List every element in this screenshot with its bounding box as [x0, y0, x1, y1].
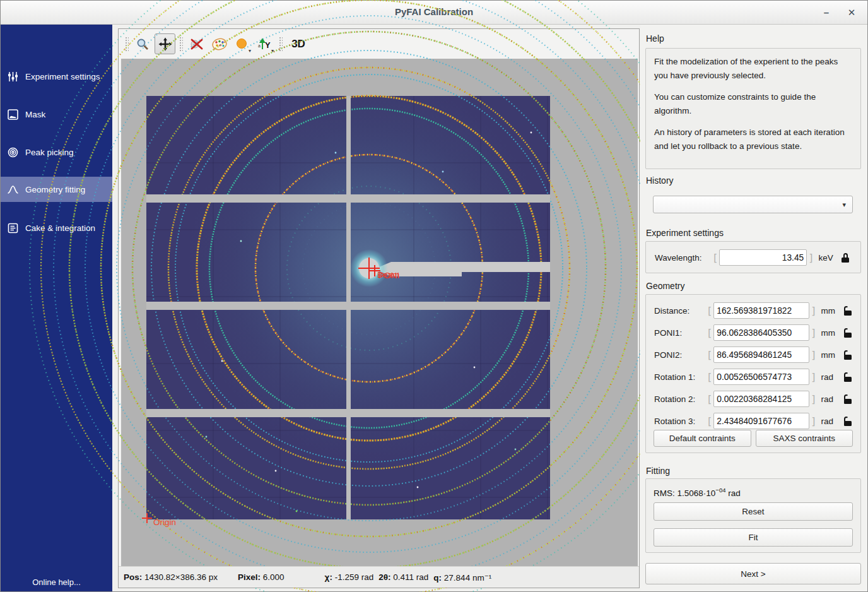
- constraint-bracket: ]: [807, 252, 814, 264]
- rotation2-input[interactable]: [713, 391, 809, 407]
- help-box: Fit the modelization of the experient to…: [645, 48, 861, 169]
- history-dropdown[interactable]: ▾: [653, 196, 853, 213]
- tth-label: 2θ:: [378, 572, 390, 582]
- plot-toolbar: ▾ a Y ▾ 3D: [119, 29, 639, 59]
- distance-label: Distance:: [654, 306, 706, 316]
- rotation3-label: Rotation 3:: [654, 417, 706, 426]
- wavelength-label: Wavelength:: [655, 253, 712, 263]
- pan-tool-button[interactable]: [155, 33, 175, 54]
- q-value: 27.844 nm⁻¹: [444, 573, 491, 583]
- sidebar-item-mask[interactable]: Mask: [1, 102, 112, 127]
- lock-icon[interactable]: [844, 328, 852, 338]
- origin-label: Origin: [153, 518, 176, 527]
- orange-circle-icon: [235, 37, 249, 51]
- poni2-unit: mm: [821, 350, 840, 360]
- magnifier-icon: [136, 37, 150, 51]
- constraint-bracket: [: [706, 371, 713, 383]
- pos-value: 1430.82×386.36 px: [144, 572, 218, 582]
- poni1-unit: mm: [821, 328, 840, 338]
- constraint-bracket: ]: [809, 327, 817, 339]
- help-section-title: Help: [646, 33, 664, 44]
- fit-button[interactable]: Fit: [654, 528, 853, 547]
- history-section-title: History: [646, 175, 674, 186]
- rotation1-label: Rotation 1:: [654, 372, 706, 382]
- sidebar-item-cake-integration[interactable]: Cake & integration: [1, 215, 112, 240]
- rotation1-unit: rad: [821, 372, 840, 382]
- tth-value: 0.411 rad: [393, 572, 428, 582]
- help-paragraph: You can customize constraints to guide t…: [654, 90, 852, 117]
- constraint-bracket: [: [706, 349, 713, 361]
- dropdown-caret-icon: ▾: [249, 48, 251, 54]
- constraint-bracket: ]: [809, 305, 817, 317]
- online-help-link[interactable]: Online help...: [1, 577, 112, 587]
- fitting-section-title: Fitting: [646, 466, 670, 476]
- lock-icon[interactable]: [844, 394, 852, 404]
- sidebar-item-label: Experiment settings: [25, 72, 100, 81]
- constraint-bracket: [: [712, 252, 719, 264]
- q-label: q:: [433, 573, 442, 583]
- constraint-bracket: ]: [809, 349, 817, 361]
- lock-icon[interactable]: [844, 372, 852, 382]
- poni1-label: PONI1:: [654, 328, 706, 338]
- sidebar-item-label: Cake & integration: [25, 223, 95, 233]
- lock-icon[interactable]: [844, 417, 852, 426]
- lock-icon[interactable]: [844, 306, 852, 316]
- mask-icon: [7, 109, 19, 121]
- next-button[interactable]: Next >: [645, 563, 861, 584]
- pos-label: Pos:: [124, 572, 142, 582]
- y-axis-orientation-button[interactable]: a Y ▾: [254, 33, 275, 54]
- sidebar-item-experiment-settings[interactable]: Experiment settings: [1, 64, 112, 89]
- sidebar-item-peak-picking[interactable]: Peak picking: [1, 139, 112, 165]
- wavelength-input[interactable]: [719, 249, 807, 266]
- rotation3-input[interactable]: [713, 413, 809, 429]
- plot-status-bar: Pos: 1430.82×386.36 px Pixel: 6.000 χ: -…: [119, 566, 639, 588]
- geometry-section-title: Geometry: [646, 281, 684, 291]
- reset-button[interactable]: Reset: [654, 502, 853, 521]
- right-panel: Help Fit the modelization of the experie…: [640, 25, 867, 591]
- chi-value: -1.259 rad: [335, 572, 374, 582]
- sidebar-item-label: Geometry fitting: [25, 185, 85, 194]
- default-constraints-button[interactable]: Default contraints: [654, 430, 751, 447]
- distance-input[interactable]: [713, 302, 809, 319]
- palette-icon: [211, 37, 228, 51]
- zoom-tool-button[interactable]: [132, 33, 153, 54]
- lock-icon[interactable]: [842, 253, 850, 263]
- geometry-fitting-icon: [7, 184, 19, 196]
- fitting-box: RMS: 1.5068·10−04 rad Reset Fit: [645, 478, 861, 553]
- colormap-button[interactable]: [209, 33, 230, 54]
- lock-icon[interactable]: [844, 350, 852, 360]
- pixel-value: 6.000: [263, 572, 284, 582]
- saxs-constraints-button[interactable]: SAXS contraints: [756, 430, 853, 447]
- red-cross-icon: [189, 37, 204, 52]
- close-button[interactable]: ✕: [843, 6, 860, 20]
- constraint-bracket: [: [706, 305, 713, 317]
- experiment-settings-box: Wavelength: [ ] keV: [645, 241, 861, 273]
- diffraction-image: Beam PONI Origin: [146, 96, 550, 519]
- constraint-bracket: ]: [809, 371, 817, 383]
- sidebar-item-geometry-fitting[interactable]: Geometry fitting: [1, 177, 112, 202]
- poni2-label: PONI2:: [654, 350, 706, 360]
- sliders-icon: [7, 71, 19, 83]
- sidebar-item-label: Mask: [25, 110, 45, 119]
- toolbar-grip[interactable]: [179, 36, 183, 52]
- 3d-view-button[interactable]: 3D: [286, 33, 311, 54]
- chevron-down-icon: ▾: [842, 201, 846, 209]
- constraint-bracket: [: [706, 415, 713, 427]
- pyfai-calibration-window: PyFAI Calibration – ✕ Experiment setting…: [0, 0, 868, 592]
- rotation2-label: Rotation 2:: [654, 394, 706, 404]
- minimize-button[interactable]: –: [818, 6, 835, 20]
- window-title: PyFAI Calibration: [1, 6, 867, 17]
- reset-zoom-button[interactable]: [186, 33, 207, 54]
- plot-canvas[interactable]: Beam PONI Origin: [121, 59, 638, 566]
- poni2-input[interactable]: [713, 346, 809, 363]
- rotation3-unit: rad: [821, 417, 840, 426]
- poni1-input[interactable]: [713, 324, 809, 341]
- svg-text:Y: Y: [265, 40, 271, 50]
- constraint-bracket: [: [706, 393, 713, 405]
- pixel-label: Pixel:: [238, 572, 261, 582]
- constraint-bracket: ]: [809, 393, 817, 405]
- rms-value: RMS: 1.5068·10−04 rad: [654, 487, 741, 498]
- geometry-box: Distance: [ ] mm PONI1: [ ] mm PONI2:: [645, 294, 861, 453]
- peak-picking-icon: [7, 146, 19, 158]
- rotation1-input[interactable]: [713, 369, 809, 385]
